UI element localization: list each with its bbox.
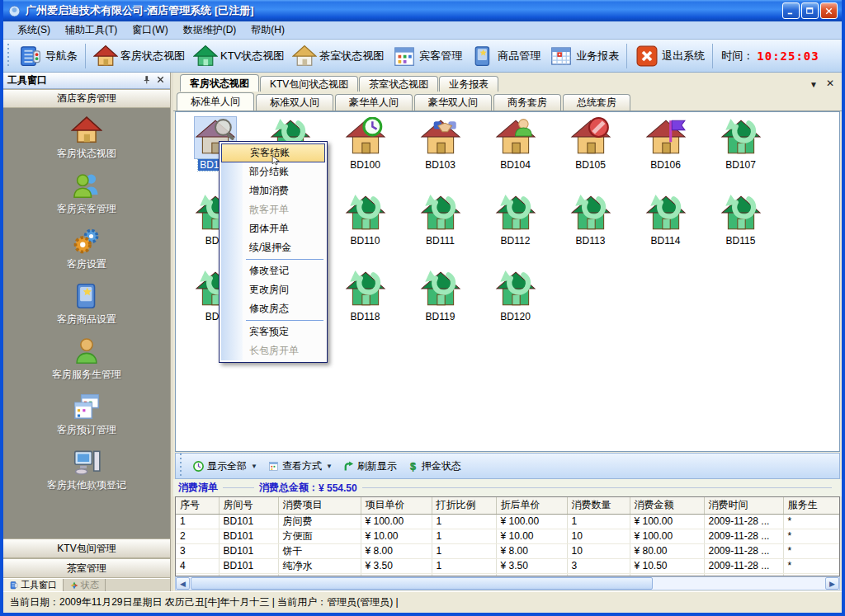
menubar-item[interactable]: 系统(S): [10, 21, 58, 39]
dropdown-caret-icon[interactable]: ▼: [326, 463, 333, 470]
close-tab-icon[interactable]: ✕: [822, 78, 838, 92]
sidebar-item-客房设置[interactable]: 客房设置: [3, 225, 170, 271]
sidebar-item-客房预订管理[interactable]: 客房预订管理: [3, 391, 170, 437]
column-header[interactable]: 房间号: [219, 497, 278, 514]
sidebar-tab-工具窗口[interactable]: 工具窗口: [3, 579, 64, 591]
scroll-right-arrow-icon[interactable]: ▶: [825, 577, 839, 590]
action-button[interactable]: $押金状态: [403, 458, 465, 474]
context-menu-item-更改房间[interactable]: 更改房间: [221, 280, 325, 299]
toolbar-button[interactable]: 退出系统: [630, 42, 709, 70]
subtab-豪华单人间[interactable]: 豪华单人间: [335, 94, 413, 111]
subtab-总统套房[interactable]: 总统套房: [563, 94, 630, 111]
menubar-item[interactable]: 辅助工具(T): [58, 21, 125, 39]
subtab-标准双人间[interactable]: 标准双人间: [256, 94, 333, 111]
tab-客房状态视图[interactable]: 客房状态视图: [180, 74, 259, 92]
table-cell: *: [783, 558, 840, 573]
room-BD107[interactable]: BD107: [703, 117, 778, 193]
room-BD110[interactable]: BD110: [328, 193, 403, 269]
toolbar-button[interactable]: 客房状态视图: [89, 42, 189, 70]
room-BD114[interactable]: BD114: [628, 193, 703, 269]
room-BD112[interactable]: BD112: [478, 193, 553, 269]
tab-业务报表[interactable]: 业务报表: [439, 76, 498, 92]
column-header[interactable]: 折后单价: [496, 497, 567, 514]
room-BD103[interactable]: BD103: [403, 117, 478, 193]
toolbar-button[interactable]: 商品管理: [466, 42, 545, 70]
toolbar-button[interactable]: KTV状态视图: [189, 42, 288, 70]
room-BD118[interactable]: BD118: [328, 269, 403, 345]
sidebar-group-button[interactable]: KTV包间管理: [3, 538, 170, 558]
table-row[interactable]: 2BD101方便面¥ 10.001¥ 10.0010¥ 100.002009-1…: [176, 529, 840, 543]
close-button[interactable]: [820, 2, 838, 19]
sidebar-tab-状态[interactable]: 状态: [64, 579, 106, 591]
sidebar-item-客房宾客管理[interactable]: 客房宾客管理: [3, 170, 170, 216]
actionbar-grip[interactable]: [180, 454, 184, 478]
action-button[interactable]: 查看方式▼: [263, 458, 337, 474]
context-menu-item-修改房态[interactable]: 修改房态: [221, 299, 325, 318]
room-BD111[interactable]: BD111: [403, 193, 478, 269]
subtab-标准单人间[interactable]: 标准单人间: [177, 92, 254, 111]
column-header[interactable]: 消费金额: [630, 497, 704, 514]
minimize-button[interactable]: [782, 2, 800, 19]
table-horizontal-scrollbar[interactable]: ◀ ▶: [175, 576, 840, 590]
sidebar-item-客房状态视图[interactable]: 客房状态视图: [3, 115, 170, 161]
action-button[interactable]: 刷新显示: [338, 458, 401, 474]
room-label: BD113: [576, 235, 606, 247]
column-header[interactable]: 消费时间: [704, 497, 783, 514]
toolbar-button[interactable]: 导航条: [14, 42, 82, 70]
subtab-豪华双人间[interactable]: 豪华双人间: [414, 94, 492, 111]
close-icon[interactable]: [152, 74, 166, 87]
table-row[interactable]: 3BD101饼干¥ 8.001¥ 8.0010¥ 80.002009-11-28…: [176, 543, 840, 558]
table-cell: 纯净水: [278, 558, 361, 573]
action-button[interactable]: 显示全部▼: [188, 458, 262, 474]
room-BD105[interactable]: BD105: [553, 117, 628, 193]
table-row[interactable]: 1BD101房间费¥ 100.001¥ 100.001¥ 100.002009-…: [176, 514, 840, 529]
context-menu-item-修改登记[interactable]: 修改登记: [221, 261, 325, 280]
scrollbar-track[interactable]: [653, 577, 825, 590]
subtab-商务套房[interactable]: 商务套房: [493, 94, 561, 111]
table-cell: BD101: [219, 558, 278, 573]
scrollbar-thumb[interactable]: [191, 577, 653, 590]
menubar-item[interactable]: 数据维护(D): [176, 21, 244, 39]
context-menu-item-团体开单[interactable]: 团体开单: [221, 219, 325, 238]
table-row[interactable]: 4BD101纯净水¥ 3.501¥ 3.503¥ 10.502009-11-28…: [176, 558, 840, 573]
column-header[interactable]: 服务生: [783, 497, 840, 514]
context-menu-item-续/退押金[interactable]: 续/退押金: [221, 238, 325, 257]
column-header[interactable]: 打折比例: [432, 497, 496, 514]
dropdown-caret-icon[interactable]: ▼: [251, 463, 257, 470]
menubar-item[interactable]: 帮助(H): [243, 21, 292, 39]
sidebar-group-hotel-rooms[interactable]: 酒店客房管理: [3, 89, 170, 108]
room-BD120[interactable]: BD120: [478, 269, 553, 345]
column-header[interactable]: 消费项目: [278, 497, 361, 514]
column-header[interactable]: 序号: [176, 497, 219, 514]
tab-茶室状态视图[interactable]: 茶室状态视图: [359, 76, 438, 92]
maximize-button[interactable]: [801, 2, 819, 19]
chevron-down-icon[interactable]: ▼: [805, 80, 822, 92]
sidebar-group-button[interactable]: 茶室管理: [3, 558, 170, 578]
room-BD115[interactable]: BD115: [703, 193, 778, 269]
context-menu-item-增加消费[interactable]: 增加消费: [221, 181, 325, 200]
room-BD119[interactable]: BD119: [403, 269, 478, 345]
tab-KTV包间状态视图[interactable]: KTV包间状态视图: [260, 76, 358, 92]
menubar-item[interactable]: 窗口(W): [125, 21, 175, 39]
sidebar-item-label: 客房其他款项登记: [47, 478, 126, 492]
toolbar-grip[interactable]: [7, 44, 12, 68]
toolbar-button[interactable]: 业务报表: [545, 42, 623, 70]
title-bar: 广州爱启迪技术有限公司-酒店管理系统 [已注册]: [3, 0, 842, 21]
table-cell: ¥ 100.00: [630, 514, 704, 529]
toolbar-button[interactable]: 宾客管理: [388, 42, 466, 70]
sidebar-item-客房商品设置[interactable]: 客房商品设置: [3, 280, 170, 327]
column-header[interactable]: 消费数量: [567, 497, 630, 514]
room-BD104[interactable]: BD104: [478, 117, 553, 193]
room-BD100[interactable]: BD100: [328, 117, 403, 193]
table-cell: 2009-11-28 ...: [704, 543, 783, 558]
room-type-tabstrip: 标准单人间标准双人间豪华单人间豪华双人间商务套房总统套房: [173, 92, 842, 111]
room-BD106[interactable]: BD106: [628, 117, 703, 193]
pin-icon[interactable]: [138, 74, 152, 87]
toolbar-button[interactable]: 茶室状态视图: [288, 42, 388, 70]
column-header[interactable]: 项目单价: [361, 497, 432, 514]
sidebar-item-客房服务生管理[interactable]: 客房服务生管理: [3, 336, 170, 382]
scroll-left-arrow-icon[interactable]: ◀: [176, 577, 190, 590]
sidebar-item-客房其他款项登记[interactable]: 客房其他款项登记: [3, 446, 170, 492]
context-menu-item-宾客预定[interactable]: 宾客预定: [221, 322, 325, 341]
room-BD113[interactable]: BD113: [553, 193, 628, 269]
